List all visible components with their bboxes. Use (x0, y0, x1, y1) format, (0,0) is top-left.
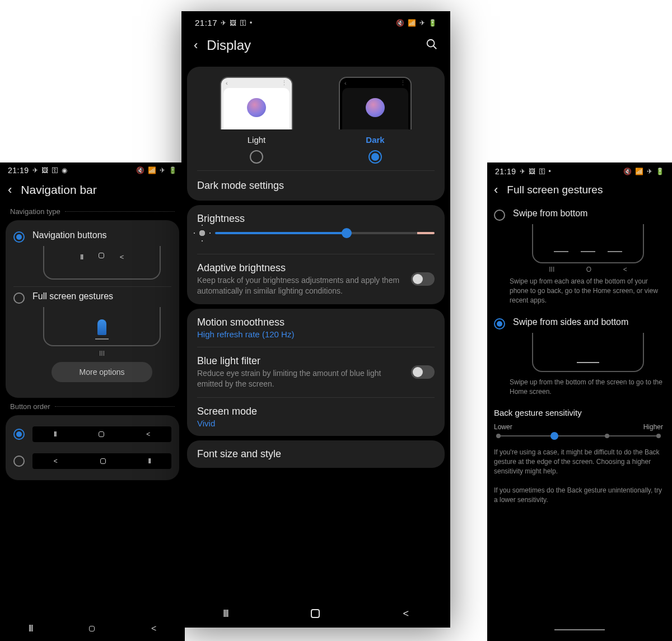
radio-light[interactable] (250, 150, 263, 164)
spotify-icon: ◉ (62, 166, 67, 174)
theme-option-light[interactable]: ‹⋮ Light (220, 77, 293, 164)
row-motion-smoothness[interactable]: Motion smoothness High refresh rate (120… (197, 309, 435, 347)
mute-icon: 🔇 (396, 19, 404, 27)
wifi-icon: 📶 (408, 19, 416, 27)
radio-swipe-sides[interactable] (494, 318, 505, 329)
sensitivity-slider[interactable] (496, 435, 661, 436)
dot-icon: • (250, 19, 252, 27)
more-options-button[interactable]: More options (52, 362, 152, 382)
back-icon: < (623, 266, 627, 273)
back-button[interactable]: < (151, 624, 156, 634)
option-swipe-sides-bottom[interactable]: Swipe from sides and bottom (488, 312, 669, 374)
row-label: Brightness (197, 213, 435, 225)
radio-order-2[interactable] (13, 456, 25, 467)
airplane-icon: ✈ (160, 166, 165, 174)
radio-swipe-bottom[interactable] (494, 210, 505, 221)
back-icon[interactable]: ‹ (494, 183, 498, 197)
image-icon: 🖼 (529, 168, 535, 175)
status-time: 21:19 (495, 167, 516, 176)
send-icon: ✈ (221, 19, 226, 27)
home-button[interactable] (89, 626, 95, 631)
option-full-screen-gestures[interactable]: Full screen gestures III More options (13, 287, 171, 392)
option-label: Navigation buttons (32, 230, 171, 240)
brightness-slider[interactable] (215, 232, 435, 234)
home-icon: O (586, 266, 591, 273)
row-label: Adaptive brightness (197, 262, 403, 274)
screenshot-navigation-bar: 21:19 ✈ 🖼 ⚿ ◉ 🔇 📶 ✈ 🔋 ‹ Navigation bar N… (0, 162, 185, 641)
send-icon: ✈ (520, 168, 525, 175)
recents-button[interactable]: III (223, 608, 228, 620)
home-button[interactable] (311, 609, 320, 618)
radio-full-screen-gestures[interactable] (13, 292, 25, 304)
option-label: Swipe from sides and bottom (513, 317, 663, 327)
status-time: 21:19 (8, 166, 29, 175)
screenshot-display-settings: 21:17 ✈ 🖼 ⚿ • 🔇 📶 ✈ 🔋 ‹ Display ‹⋮ (181, 11, 450, 628)
sensitivity-title: Back gesture sensitivity (494, 408, 663, 417)
wifi-icon: 📶 (148, 166, 156, 174)
system-navbar (487, 619, 672, 641)
image-icon: 🖼 (41, 166, 48, 174)
wifi-icon: 📶 (635, 168, 643, 175)
back-gesture-sensitivity: Back gesture sensitivity Lower Higher (488, 403, 669, 441)
row-screen-mode[interactable]: Screen mode Vivid (197, 397, 435, 436)
gesture-illustration (43, 307, 161, 346)
row-dark-mode-settings[interactable]: Dark mode settings (197, 170, 435, 201)
card-font: Font size and style (187, 440, 445, 468)
card-theme: ‹⋮ Light ‹⋮ Dark Dark mode settings (187, 67, 445, 201)
button-order-option-1[interactable]: III < (13, 421, 171, 448)
slider-thumb[interactable] (342, 228, 352, 238)
search-icon[interactable] (426, 38, 438, 53)
header: ‹ Full screen gestures (487, 178, 672, 203)
system-navbar: III < (181, 600, 450, 628)
back-icon[interactable]: ‹ (194, 38, 198, 53)
recents-icon: III (54, 430, 56, 438)
radio-dark[interactable] (368, 150, 382, 164)
option-navigation-buttons[interactable]: Navigation buttons III < (13, 226, 171, 286)
button-order-option-2[interactable]: < III (13, 448, 171, 475)
image-icon: 🖼 (230, 19, 236, 27)
back-icon: < (120, 253, 124, 261)
page-title: Display (207, 38, 417, 53)
row-brightness: Brightness (197, 205, 435, 254)
row-value: High refresh rate (120 Hz) (197, 329, 435, 339)
radio-navigation-buttons[interactable] (13, 231, 25, 243)
card-navigation-type: Navigation buttons III < Full screen ges… (6, 220, 179, 398)
back-button[interactable]: < (403, 608, 409, 620)
option-description: Swipe up from each area of the bottom of… (488, 273, 669, 312)
recents-icon: III (80, 253, 83, 261)
status-bar: 21:19 ✈ 🖼 ⚿ ◉ 🔇 📶 ✈ 🔋 (0, 162, 185, 177)
dot-icon: • (549, 168, 551, 175)
order-illustration: III < (32, 426, 171, 442)
row-blue-light-filter[interactable]: Blue light filter Reduce eye strain by l… (197, 347, 435, 397)
home-icon (100, 458, 106, 464)
radio-order-1[interactable] (13, 429, 25, 440)
row-adaptive-brightness[interactable]: Adaptive brightness Keep track of your b… (197, 254, 435, 304)
battery-icon: 🔋 (428, 19, 437, 27)
theme-option-dark[interactable]: ‹⋮ Dark (339, 77, 412, 164)
gesture-hint[interactable] (554, 629, 605, 630)
theme-label: Dark (366, 135, 384, 145)
row-label: Font size and style (197, 448, 435, 460)
row-label: Blue light filter (197, 355, 403, 367)
key-icon: ⚿ (240, 19, 246, 27)
system-navbar: III < (0, 616, 185, 641)
svg-line-1 (433, 45, 437, 49)
adaptive-brightness-toggle[interactable] (411, 272, 435, 286)
header: ‹ Navigation bar (0, 177, 185, 205)
theme-dark-thumbnail: ‹⋮ (339, 77, 412, 129)
option-label: Swipe from bottom (513, 208, 663, 219)
back-icon: < (54, 457, 58, 465)
mute-icon: 🔇 (623, 168, 632, 175)
page-title: Navigation bar (21, 183, 177, 197)
status-time: 21:17 (195, 18, 217, 27)
blue-light-filter-toggle[interactable] (411, 365, 435, 379)
option-swipe-from-bottom[interactable]: Swipe from bottom III O < (488, 203, 669, 273)
airplane-icon: ✈ (647, 168, 652, 175)
swipe-sides-illustration (532, 333, 644, 372)
back-icon[interactable]: ‹ (8, 183, 12, 197)
card-brightness: Brightness Adaptive brightness Keep trac… (187, 205, 445, 304)
mute-icon: 🔇 (136, 166, 144, 174)
home-icon (99, 431, 104, 437)
row-font-size-style[interactable]: Font size and style (197, 440, 435, 468)
recents-button[interactable]: III (29, 624, 32, 634)
